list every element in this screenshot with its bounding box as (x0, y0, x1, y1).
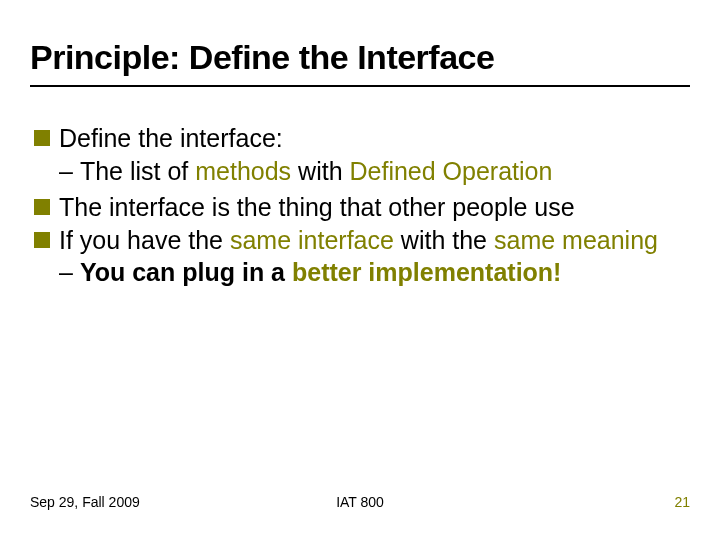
footer-date: Sep 29, Fall 2009 (30, 494, 140, 510)
sub-text-part: You can plug in a (80, 258, 292, 286)
slide-body: Define the interface: – The list of meth… (30, 123, 690, 288)
bullet-text-highlight: same meaning (494, 226, 658, 254)
slide-title: Principle: Define the Interface (30, 38, 690, 77)
bullet-text-highlight: same interface (230, 226, 394, 254)
slide-footer: Sep 29, Fall 2009 IAT 800 21 (30, 494, 690, 510)
bullet-text: Define the interface: (59, 124, 283, 152)
title-underline (30, 85, 690, 87)
sub-text-part: with (291, 157, 349, 185)
square-bullet-icon (34, 199, 50, 215)
square-bullet-icon (34, 232, 50, 248)
bullet-item: The interface is the thing that other pe… (34, 192, 690, 223)
sub-bullet-item: – You can plug in a better implementatio… (34, 257, 690, 288)
dash-icon: – (59, 257, 73, 288)
bullet-text-part: If you have the (59, 226, 230, 254)
sub-text-highlight: better implementation! (292, 258, 561, 286)
footer-course: IAT 800 (336, 494, 384, 510)
sub-text-highlight: methods (195, 157, 291, 185)
sub-text-part: The list of (80, 157, 195, 185)
bullet-text-part: with the (394, 226, 494, 254)
footer-page-number: 21 (674, 494, 690, 510)
dash-icon: – (59, 156, 73, 187)
square-bullet-icon (34, 130, 50, 146)
bullet-item: If you have the same interface with the … (34, 225, 690, 256)
bullet-item: Define the interface: (34, 123, 690, 154)
bullet-text: The interface is the thing that other pe… (59, 193, 575, 221)
sub-bullet-item: – The list of methods with Defined Opera… (34, 156, 690, 187)
sub-text-highlight: Defined Operation (349, 157, 552, 185)
